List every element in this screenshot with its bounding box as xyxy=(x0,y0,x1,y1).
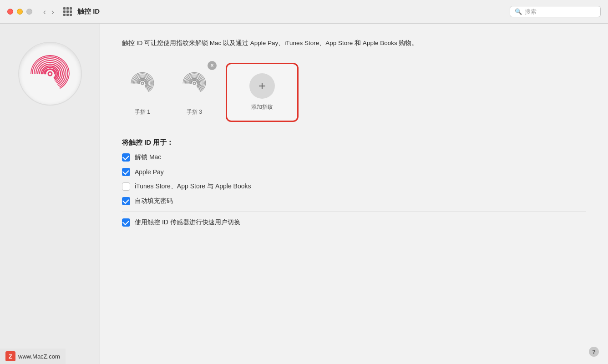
checkbox-label-applepay: Apple Pay xyxy=(135,168,164,176)
watermark-logo: Z xyxy=(5,351,15,361)
checkbox-checked-applepay[interactable] xyxy=(122,168,130,176)
checkbox-checked-userswitch[interactable] xyxy=(122,218,130,227)
divider xyxy=(122,212,586,212)
forward-button[interactable]: › xyxy=(50,7,56,17)
checkbox-label-itunes: iTunes Store、App Store 与 Apple Books xyxy=(135,182,251,191)
fp-label-1: 手指 1 xyxy=(135,108,150,116)
checkbox-unchecked-itunes[interactable] xyxy=(122,182,130,191)
fp-delete-button-3[interactable]: × xyxy=(208,61,217,70)
fingerprint-card-1[interactable]: 手指 1 xyxy=(122,63,163,116)
help-button[interactable]: ? xyxy=(589,347,599,357)
description-text: 触控 ID 可让您使用指纹来解锁 Mac 以及通过 Apple Pay、iTun… xyxy=(122,38,431,48)
add-fingerprint-card[interactable]: + 添加指纹 xyxy=(226,63,299,122)
fingerprint-image xyxy=(25,49,75,99)
usage-title: 将触控 ID 用于： xyxy=(122,138,586,147)
usage-section: 将触控 ID 用于： 解锁 Mac Apple Pay iT xyxy=(122,138,586,227)
checkbox-unlock[interactable] xyxy=(122,153,130,162)
svg-point-2 xyxy=(193,82,195,84)
checkbox-item-applepay: Apple Pay xyxy=(122,168,586,176)
nav-buttons: ‹ › xyxy=(41,7,56,17)
checkbox-checked-unlock[interactable] xyxy=(122,153,130,162)
traffic-lights xyxy=(7,9,32,15)
search-box: 🔍 xyxy=(510,6,601,17)
svg-point-0 xyxy=(48,72,52,76)
main-content: 触控 ID 可让您使用指纹来解锁 Mac 以及通过 Apple Pay、iTun… xyxy=(0,24,608,364)
minimize-button[interactable] xyxy=(17,9,23,15)
search-icon: 🔍 xyxy=(515,8,522,15)
checkbox-item-itunes: iTunes Store、App Store 与 Apple Books xyxy=(122,182,586,191)
watermark-url: www.MacZ.com xyxy=(18,353,60,360)
detail-pane: 触控 ID 可让您使用指纹来解锁 Mac 以及通过 Apple Pay、iTun… xyxy=(100,24,608,364)
back-button[interactable]: ‹ xyxy=(41,7,48,17)
checkbox-item-userswitch: 使用触控 ID 传感器进行快速用户切换 xyxy=(122,218,586,227)
fingerprint-cards: 手指 1 xyxy=(122,63,586,122)
checkbox-applepay[interactable] xyxy=(122,168,130,176)
checkbox-item-unlock: 解锁 Mac xyxy=(122,153,586,162)
fp-icon-1 xyxy=(127,67,158,99)
titlebar: ‹ › 触控 ID 🔍 xyxy=(0,0,608,24)
add-circle-icon: + xyxy=(249,73,275,99)
checkbox-label-unlock: 解锁 Mac xyxy=(135,153,161,162)
fp-icon-3 xyxy=(178,67,210,99)
checkbox-checked-autofill[interactable] xyxy=(122,197,130,205)
checkbox-userswitch[interactable] xyxy=(122,218,130,227)
checkbox-item-autofill: 自动填充密码 xyxy=(122,197,586,205)
fp-icon-wrap-3: × xyxy=(174,63,215,104)
checkbox-autofill[interactable] xyxy=(122,197,130,205)
checkbox-itunes[interactable] xyxy=(122,182,130,191)
svg-point-1 xyxy=(141,82,143,84)
checkbox-label-userswitch: 使用触控 ID 传感器进行快速用户切换 xyxy=(135,218,240,227)
fingerprint-card-3[interactable]: × 手指 3 xyxy=(174,63,215,116)
page-title: 触控 ID xyxy=(77,7,510,16)
fingerprint-icon xyxy=(18,42,82,106)
search-input[interactable] xyxy=(525,8,596,15)
grid-icon[interactable] xyxy=(63,7,72,16)
watermark: Z www.MacZ.com xyxy=(0,349,66,364)
checkbox-label-autofill: 自动填充密码 xyxy=(135,197,173,205)
fp-icon-wrap-1 xyxy=(122,63,163,104)
add-plus-icon: + xyxy=(258,79,266,93)
close-button[interactable] xyxy=(7,9,13,15)
sidebar xyxy=(0,24,100,364)
maximize-button[interactable] xyxy=(26,9,32,15)
add-fingerprint-label: 添加指纹 xyxy=(251,103,273,111)
fp-label-3: 手指 3 xyxy=(187,108,202,116)
